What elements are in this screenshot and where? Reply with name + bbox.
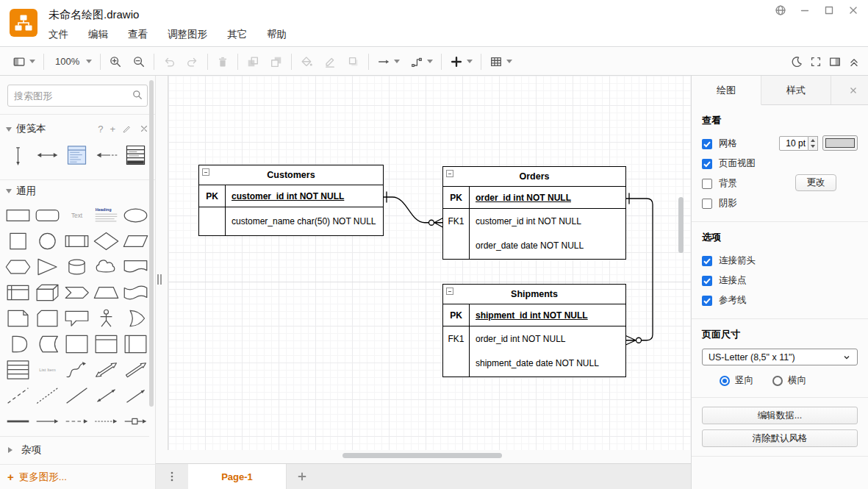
scratchpad-shape-vertical-edge[interactable] [3,143,32,168]
view-panel-button[interactable] [7,51,40,72]
shape-textbox[interactable]: Heading [91,203,121,228]
er-row[interactable]: shipment_date date NOT NULL [443,351,625,376]
change-background-button[interactable]: 更改 [795,174,836,191]
shape-trapezoid[interactable] [91,280,121,305]
shape-internal-storage[interactable] [3,280,32,305]
shape-dotted-line[interactable] [32,383,62,408]
zoom-in-button[interactable] [104,51,127,72]
shape-data-storage[interactable] [32,332,62,357]
zoom-level-button[interactable]: 100% [47,51,97,72]
scratchpad-shape-table-plain[interactable] [121,143,150,168]
insert-button[interactable] [445,51,478,72]
shape-bidirectional-edge[interactable] [91,383,121,408]
connection-arrow-button[interactable] [372,51,405,72]
shape-list[interactable] [3,357,32,382]
grid-checkbox[interactable] [702,139,712,149]
close-panel-button[interactable] [839,76,868,104]
table-button[interactable] [484,51,517,72]
section-general-header[interactable]: 通用 [0,179,155,199]
shape-container-title[interactable] [91,332,121,357]
er-row[interactable]: PKshipment_id int NOT NULL [443,304,625,326]
er-row[interactable]: FK1order_id int NOT NULL [443,326,625,351]
option-checkbox[interactable] [702,256,712,266]
minimize-button[interactable] [797,3,812,18]
grid-color-button[interactable] [822,135,858,151]
background-checkbox[interactable] [702,179,712,189]
shape-curve[interactable] [62,357,91,382]
scratchpad-help-icon[interactable]: ? [98,124,103,135]
shape-line[interactable] [62,383,91,408]
shape-labeled-arrow[interactable] [121,409,150,434]
grid-size-stepper[interactable] [808,136,818,151]
shape-directional-edge[interactable] [121,383,150,408]
shape-rounded-rectangle[interactable] [32,203,62,228]
er-row[interactable]: customer_name char(50) NOT NULL [199,207,383,235]
er-row[interactable]: order_date date NOT NULL [443,234,625,259]
shape-actor[interactable] [91,306,121,331]
shape-card[interactable] [32,306,62,331]
scratchpad-add-icon[interactable]: + [110,124,115,135]
menu-2[interactable]: 编辑 [88,28,108,41]
shape-arrow[interactable] [32,409,62,434]
tab-diagram[interactable]: 绘图 [692,76,761,105]
shape-text[interactable]: Text [62,203,91,228]
dark-mode-button[interactable] [790,55,803,68]
tab-style[interactable]: 样式 [761,76,831,104]
scratchpad-shape-table-blue[interactable] [62,143,91,168]
page-size-select[interactable]: US-Letter (8,5" x 11") [702,349,858,365]
collapse-minus-icon[interactable] [202,168,209,176]
shadow-checkbox[interactable] [702,199,712,209]
shape-cloud[interactable] [91,254,121,279]
shape-parallelogram[interactable] [121,229,150,254]
more-shapes-button[interactable]: + 更多图形... [0,464,155,489]
scratchpad-header[interactable]: 便笺本 ?+ [0,119,155,138]
shape-and[interactable] [3,332,32,357]
shape-directional-arrow[interactable] [121,357,150,382]
er-row[interactable]: PKcustomer_id int NOT NULL [199,185,383,207]
er-row[interactable]: FK1customer_id int NOT NULL [443,209,625,234]
add-page-button[interactable] [287,464,318,489]
menu-4[interactable]: 调整图形 [168,28,207,41]
shape-vertical-container[interactable] [121,332,150,357]
shape-square[interactable] [3,229,32,254]
orientation-landscape[interactable]: 横向 [772,374,806,387]
shape-circle[interactable] [32,229,62,254]
page-tab[interactable]: Page-1 [188,464,287,489]
shape-process[interactable] [62,229,91,254]
er-table-customers[interactable]: CustomersPKcustomer_id int NOT NULLcusto… [198,165,384,236]
shape-dashed-line[interactable] [3,383,32,408]
orientation-portrait[interactable]: 竖向 [720,374,753,387]
option-checkbox[interactable] [702,276,712,286]
shape-hexagon[interactable] [3,254,32,279]
menu-3[interactable]: 查看 [128,28,148,41]
collapse-minus-icon[interactable] [446,288,453,295]
waypoint-button[interactable] [405,51,438,72]
page-view-checkbox[interactable] [702,159,712,169]
option-checkbox[interactable] [702,296,712,306]
vertical-scrollbar[interactable] [678,197,684,253]
format-panel-button[interactable] [828,55,842,68]
er-row[interactable]: PKorder_id int NOT NULL [443,187,625,209]
search-input[interactable] [7,85,148,107]
diagram-canvas[interactable]: CustomersPKcustomer_id int NOT NULLcusto… [156,76,691,463]
shape-tape[interactable] [121,280,150,305]
shape-cube[interactable] [32,280,62,305]
shape-list-item[interactable]: List Item [32,357,62,382]
search-icon[interactable] [132,89,143,101]
maximize-button[interactable] [822,3,836,18]
shape-document[interactable] [121,254,150,279]
shape-note[interactable] [3,306,32,331]
edit-data-button[interactable]: 编辑数据... [702,407,858,424]
er-table-shipments[interactable]: ShipmentsPKshipment_id int NOT NULLFK1or… [442,284,626,377]
stepper-up-icon[interactable] [808,137,817,143]
zoom-out-button[interactable] [127,51,151,72]
scratchpad-shape-horizontal-double-arrow[interactable] [32,143,62,168]
shape-horizontal-line[interactable] [3,409,32,434]
grid-size-input[interactable] [779,136,808,151]
shape-diamond[interactable] [91,229,121,254]
shape-rectangle[interactable] [3,203,32,228]
language-globe-icon[interactable] [773,3,788,18]
shape-dashed-arrow[interactable] [62,409,91,434]
er-table-orders[interactable]: OrdersPKorder_id int NOT NULLFK1customer… [442,166,626,260]
menu-6[interactable]: 帮助 [267,28,287,41]
